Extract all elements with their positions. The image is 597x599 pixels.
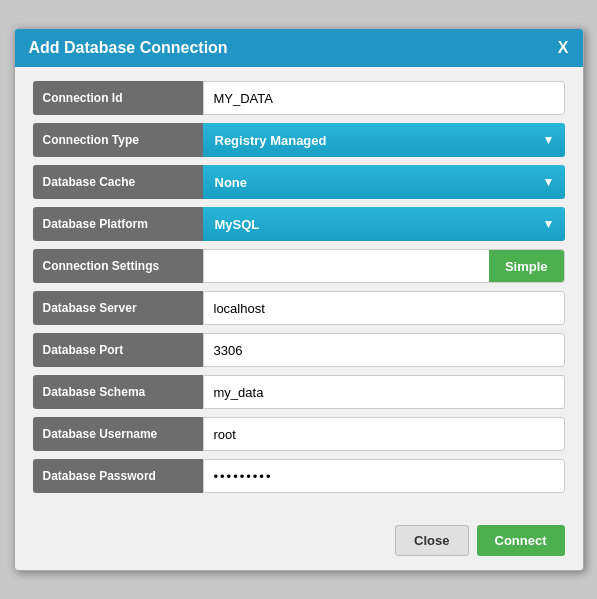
database-password-row: Database Password <box>33 459 565 493</box>
connection-settings-row: Connection Settings Simple <box>33 249 565 283</box>
dialog-title: Add Database Connection <box>29 39 228 57</box>
database-port-input[interactable] <box>203 333 565 367</box>
database-password-label: Database Password <box>33 459 203 493</box>
connection-settings-label: Connection Settings <box>33 249 203 283</box>
connect-button[interactable]: Connect <box>477 525 565 556</box>
connection-type-label: Connection Type <box>33 123 203 157</box>
dialog-footer: Close Connect <box>15 515 583 570</box>
close-x-button[interactable]: X <box>558 40 569 56</box>
database-server-value-cell <box>203 291 565 325</box>
connection-type-select[interactable]: Registry Managed Direct JNDI <box>203 123 565 157</box>
database-platform-select[interactable]: MySQL PostgreSQL Oracle SQL Server SQLit… <box>203 207 565 241</box>
database-cache-select[interactable]: None Local Distributed <box>203 165 565 199</box>
database-schema-row: Database Schema <box>33 375 565 409</box>
database-username-row: Database Username <box>33 417 565 451</box>
connection-id-input[interactable] <box>203 81 565 115</box>
database-server-label: Database Server <box>33 291 203 325</box>
database-schema-label: Database Schema <box>33 375 203 409</box>
connection-type-select-wrap: Registry Managed Direct JNDI ▼ <box>203 123 565 157</box>
connection-id-row: Connection Id <box>33 81 565 115</box>
database-schema-input[interactable] <box>203 375 565 409</box>
connection-type-row: Connection Type Registry Managed Direct … <box>33 123 565 157</box>
database-username-label: Database Username <box>33 417 203 451</box>
connection-id-value-cell <box>203 81 565 115</box>
database-platform-value-cell: MySQL PostgreSQL Oracle SQL Server SQLit… <box>203 207 565 241</box>
database-username-value-cell <box>203 417 565 451</box>
database-platform-select-wrap: MySQL PostgreSQL Oracle SQL Server SQLit… <box>203 207 565 241</box>
database-username-input[interactable] <box>203 417 565 451</box>
database-cache-row: Database Cache None Local Distributed ▼ <box>33 165 565 199</box>
add-database-connection-dialog: Add Database Connection X Connection Id … <box>14 28 584 571</box>
simple-button[interactable]: Simple <box>489 250 564 282</box>
connection-id-label: Connection Id <box>33 81 203 115</box>
database-cache-select-wrap: None Local Distributed ▼ <box>203 165 565 199</box>
database-server-input[interactable] <box>203 291 565 325</box>
connection-settings-value-cell: Simple <box>203 249 565 283</box>
database-schema-value-cell <box>203 375 565 409</box>
dialog-body: Connection Id Connection Type Registry M… <box>15 67 583 515</box>
database-port-row: Database Port <box>33 333 565 367</box>
close-button[interactable]: Close <box>395 525 468 556</box>
database-password-input[interactable] <box>203 459 565 493</box>
connection-settings-container: Simple <box>203 249 565 283</box>
connection-type-value-cell: Registry Managed Direct JNDI ▼ <box>203 123 565 157</box>
dialog-header: Add Database Connection X <box>15 29 583 67</box>
database-platform-label: Database Platform <box>33 207 203 241</box>
database-server-row: Database Server <box>33 291 565 325</box>
database-port-value-cell <box>203 333 565 367</box>
database-cache-value-cell: None Local Distributed ▼ <box>203 165 565 199</box>
database-port-label: Database Port <box>33 333 203 367</box>
database-cache-label: Database Cache <box>33 165 203 199</box>
database-platform-row: Database Platform MySQL PostgreSQL Oracl… <box>33 207 565 241</box>
database-password-value-cell <box>203 459 565 493</box>
